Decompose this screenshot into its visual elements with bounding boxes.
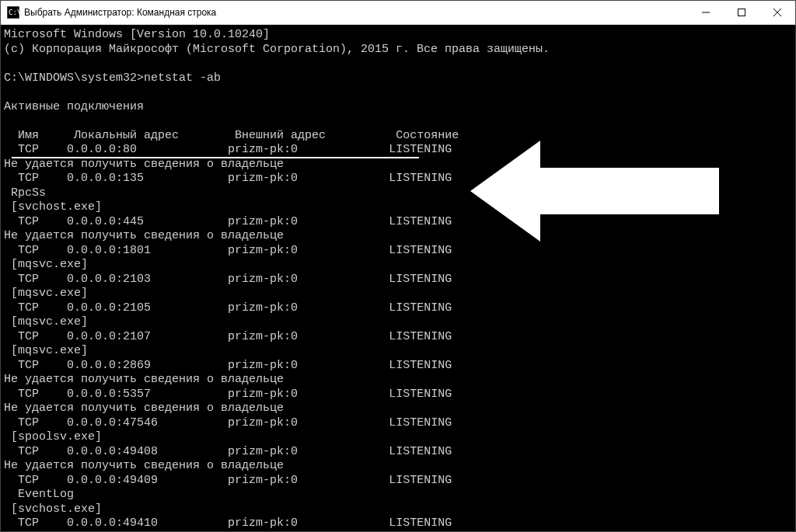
- cell-local: 0.0.0.0:49408: [67, 445, 158, 458]
- cell-foreign: prizm-pk:0: [228, 445, 298, 458]
- col-state: Состояние: [396, 129, 459, 142]
- cell-foreign: prizm-pk:0: [228, 474, 298, 487]
- cell-local: 0.0.0.0:49409: [67, 474, 158, 487]
- process-line: EventLog: [4, 488, 792, 502]
- terminal-line: [4, 114, 792, 129]
- process-line: [mqsvc.exe]: [4, 344, 792, 359]
- cell-local: 0.0.0.0:1801: [67, 244, 151, 257]
- cell-state: LISTENING: [389, 416, 452, 429]
- cmd-icon: C:\: [7, 6, 19, 19]
- owner-line: Не удается получить сведения о владельце: [4, 402, 792, 416]
- cell-proto: TCP: [18, 172, 39, 185]
- table-row: TCP 0.0.0.0:1801 prizm-pk:0 LISTENING: [4, 244, 792, 259]
- window-controls: [688, 1, 795, 24]
- minimize-button[interactable]: [688, 1, 724, 24]
- cell-proto: TCP: [18, 301, 39, 315]
- cell-foreign: prizm-pk:0: [228, 301, 298, 315]
- cell-foreign: prizm-pk:0: [228, 388, 298, 401]
- terminal-line: [4, 85, 792, 100]
- cell-foreign: prizm-pk:0: [228, 330, 298, 343]
- window-title: Выбрать Администратор: Командная строка: [24, 7, 688, 18]
- cell-local: 0.0.0.0:2869: [67, 359, 151, 372]
- cell-foreign: prizm-pk:0: [228, 273, 298, 286]
- table-row: TCP 0.0.0.0:49408 prizm-pk:0 LISTENING: [4, 445, 792, 460]
- cell-foreign: prizm-pk:0: [228, 516, 298, 530]
- cell-state: LISTENING: [389, 445, 452, 458]
- svg-rect-4: [738, 9, 745, 16]
- terminal-line: (с) Корпорация Майкрософт (Microsoft Cor…: [4, 43, 792, 57]
- close-button[interactable]: [759, 1, 795, 24]
- cell-state: LISTENING: [389, 244, 452, 257]
- table-row: TCP 0.0.0.0:47546 prizm-pk:0 LISTENING: [4, 416, 792, 431]
- cell-proto: TCP: [18, 330, 39, 343]
- owner-line: Не удается получить сведения о владельце: [4, 459, 792, 474]
- table-row: TCP 0.0.0.0:135 prizm-pk:0 LISTENING: [4, 172, 792, 186]
- cell-state: LISTENING: [389, 474, 452, 487]
- terminal-line: [4, 57, 792, 71]
- terminal-output[interactable]: Microsoft Windows [Version 10.0.10240](с…: [1, 25, 795, 531]
- col-local: Локальный адрес: [74, 129, 179, 142]
- app-window: C:\ Выбрать Администратор: Командная стр…: [0, 0, 796, 532]
- owner-line: Не удается получить сведения о владельце: [4, 229, 792, 244]
- cell-proto: TCP: [18, 416, 39, 429]
- cell-local: 0.0.0.0:2107: [67, 330, 151, 343]
- cell-proto: TCP: [18, 244, 39, 257]
- terminal-section-title: Активные подключения: [4, 100, 792, 115]
- cell-state: LISTENING: [389, 301, 452, 315]
- process-line: [spoolsv.exe]: [4, 430, 792, 445]
- cell-state: LISTENING: [389, 388, 452, 401]
- table-row: TCP 0.0.0.0:2107 prizm-pk:0 LISTENING: [4, 330, 792, 345]
- cell-proto: TCP: [18, 388, 39, 401]
- maximize-button[interactable]: [724, 1, 759, 24]
- cell-foreign: prizm-pk:0: [228, 244, 298, 257]
- cell-foreign: prizm-pk:0: [228, 416, 298, 429]
- owner-line: Не удается получить сведения о владельце: [4, 373, 792, 388]
- cell-local: 0.0.0.0:49410: [67, 516, 158, 530]
- col-foreign: Внешний адрес: [235, 129, 326, 142]
- cell-proto: TCP: [18, 143, 39, 156]
- titlebar[interactable]: C:\ Выбрать Администратор: Командная стр…: [1, 1, 795, 25]
- table-header-row: Имя Локальный адрес Внешний адрес Состоя…: [4, 129, 792, 144]
- cell-state: LISTENING: [389, 172, 452, 185]
- cell-local: 0.0.0.0:47546: [67, 416, 158, 429]
- cell-state: LISTENING: [389, 215, 452, 228]
- svg-text:C:\: C:\: [9, 9, 19, 16]
- process-line: [svchost.exe]: [4, 200, 792, 215]
- col-proto: Имя: [18, 129, 39, 142]
- process-line: [mqsvc.exe]: [4, 315, 792, 330]
- cell-local: 0.0.0.0:2105: [67, 301, 151, 315]
- terminal-prompt-line: C:\WINDOWS\system32>netstat -ab: [4, 71, 792, 86]
- cell-local: 0.0.0.0:2103: [67, 273, 151, 286]
- cell-foreign: prizm-pk:0: [228, 143, 298, 156]
- cell-state: LISTENING: [389, 516, 452, 530]
- table-row: TCP 0.0.0.0:445 prizm-pk:0 LISTENING: [4, 215, 792, 230]
- table-row: TCP 0.0.0.0:2869 prizm-pk:0 LISTENING: [4, 359, 792, 374]
- cell-local: 0.0.0.0:80: [67, 143, 137, 156]
- process-line: [svchost.exe]: [4, 502, 792, 517]
- cell-local: 0.0.0.0:5357: [67, 388, 151, 401]
- table-row: TCP 0.0.0.0:49409 prizm-pk:0 LISTENING: [4, 474, 792, 489]
- table-row: TCP 0.0.0.0:2105 prizm-pk:0 LISTENING: [4, 301, 792, 316]
- cell-state: LISTENING: [389, 359, 452, 372]
- cell-foreign: prizm-pk:0: [228, 359, 298, 372]
- table-row: TCP 0.0.0.0:2103 prizm-pk:0 LISTENING: [4, 273, 792, 287]
- cell-state: LISTENING: [389, 273, 452, 286]
- table-row: TCP 0.0.0.0:49410 prizm-pk:0 LISTENING: [4, 516, 792, 531]
- cell-proto: TCP: [18, 273, 39, 286]
- process-line: [mqsvc.exe]: [4, 258, 792, 273]
- cell-proto: TCP: [18, 215, 39, 228]
- owner-line: Не удается получить сведения о владельце: [4, 158, 792, 172]
- terminal-line: Microsoft Windows [Version 10.0.10240]: [4, 28, 792, 43]
- process-line: [mqsvc.exe]: [4, 287, 792, 301]
- cell-local: 0.0.0.0:135: [67, 172, 144, 185]
- cell-proto: TCP: [18, 516, 39, 530]
- highlighted-row: TCP 0.0.0.0:80 prizm-pk:0 LISTENING: [4, 143, 792, 158]
- cell-state: LISTENING: [389, 143, 452, 156]
- cell-state: LISTENING: [389, 330, 452, 343]
- cell-proto: TCP: [18, 445, 39, 458]
- cell-foreign: prizm-pk:0: [228, 215, 298, 228]
- process-line: RpcSs: [4, 186, 792, 201]
- cell-foreign: prizm-pk:0: [228, 172, 298, 185]
- table-row: TCP 0.0.0.0:5357 prizm-pk:0 LISTENING: [4, 388, 792, 402]
- cell-proto: TCP: [18, 474, 39, 487]
